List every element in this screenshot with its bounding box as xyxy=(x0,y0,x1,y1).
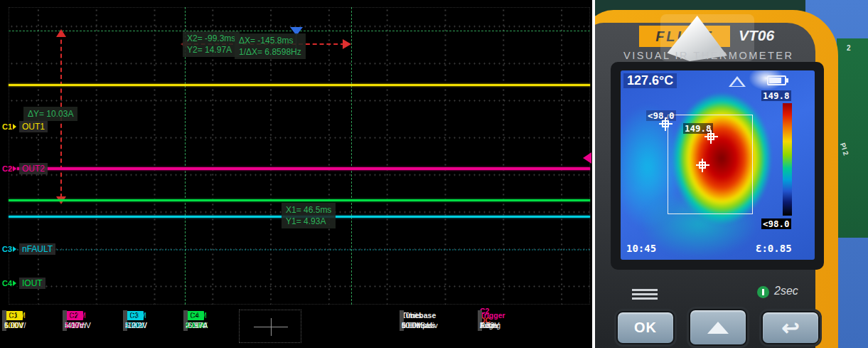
channel-descriptor-c4[interactable]: C4DC1M 0.1V/A2.00A/ 100M-6.97A xyxy=(183,310,242,342)
emissivity-readout: Ɛ:0.85 xyxy=(756,243,792,254)
channel-marker-c3[interactable]: C3 xyxy=(1,245,17,253)
oscilloscope-display: C1 OUT1 C2 OUT2 C3 nFAULT C4 IOUT X2= -9… xyxy=(0,0,592,348)
device-subtitle: VISUAL IR THERMOMETER xyxy=(623,50,793,61)
ok-button: OK xyxy=(616,311,675,344)
circuit-board: 2 PI 2 xyxy=(837,38,868,238)
menu-icon xyxy=(632,289,658,291)
trace-c3-low xyxy=(9,249,590,251)
trace-c4 xyxy=(9,199,590,201)
center-temperature-readout: 127.6°C xyxy=(623,73,677,88)
thermometer-photo: 2 PI 2 FLUKE VT06 VISUAL IR THERMOMETER … xyxy=(595,0,868,348)
cursor-readout-xy2: X2= -99.3ms Y2= 14.97A xyxy=(183,31,240,57)
screenshot-frame: C1 OUT1 C2 OUT2 C3 nFAULT C4 IOUT X2= -9… xyxy=(0,0,868,348)
channel-marker-c2[interactable]: C2 xyxy=(1,164,17,173)
hot-marker-crosshair-icon xyxy=(704,130,718,144)
channel-descriptor-c3[interactable]: C3DC1M 10X5.00V/ 100M-12.2V xyxy=(123,310,181,342)
scale-min-label: <98.0 xyxy=(761,218,791,229)
zoom-preview-box[interactable] xyxy=(239,310,301,343)
cursor-readout-dy: ΔY= 10.03A xyxy=(23,107,77,121)
trace-label-c4: IOUT xyxy=(19,278,45,289)
trace-c1 xyxy=(9,84,590,86)
alarm-icon xyxy=(729,76,746,87)
channel-marker-c1[interactable]: C1 xyxy=(1,122,17,131)
trigger-descriptor[interactable]: TriggerC2 DC Auto1.83V EdgeRising xyxy=(478,310,542,342)
trigger-level-icon[interactable] xyxy=(583,152,591,164)
arrow-right-icon xyxy=(343,39,351,49)
up-button xyxy=(689,309,747,346)
thermal-screen: 127.6°C <98.0 149.8 149.8 <98.0 10:45 Ɛ:… xyxy=(621,70,815,260)
cursor-readout-delta: ΔX= -145.8ms 1/ΔX= 6.8598Hz xyxy=(235,33,306,59)
clock-readout: 10:45 xyxy=(626,243,656,254)
channel-descriptor-c1[interactable]: C1DC1M 10X5.00V/ 100M6.00V xyxy=(2,310,60,342)
scale-max-label: 149.8 xyxy=(761,90,791,101)
up-arrow-icon xyxy=(707,322,729,334)
cold-marker-crosshair-icon xyxy=(659,117,673,131)
timebase-descriptor[interactable]: Timebase10bits 0.00s50.0ms/div 50.0Mpts1… xyxy=(400,310,475,342)
back-button: ↩ xyxy=(761,311,820,344)
channel-marker-c4[interactable]: C4 xyxy=(1,279,17,288)
power-icon xyxy=(757,286,769,298)
trace-label-c2: OUT2 xyxy=(19,163,48,174)
trace-label-c1: OUT1 xyxy=(19,121,48,132)
cursor-readout-xy1: X1= 46.5ms Y1= 4.93A xyxy=(282,203,336,228)
cursor-x1-line[interactable] xyxy=(351,7,352,305)
channel-descriptor-c2[interactable]: C2DC1M 10X5.00V/ 100M-417mV xyxy=(63,310,121,342)
trace-label-c3: nFAULT xyxy=(19,243,55,255)
power-hint-label: 2sec xyxy=(774,285,798,297)
trace-c2 xyxy=(9,167,590,170)
arrow-up-icon xyxy=(56,29,66,37)
back-arrow-icon: ↩ xyxy=(781,317,799,339)
center-crosshair-icon xyxy=(696,159,709,172)
temperature-scale-bar xyxy=(783,103,792,216)
battery-icon xyxy=(767,75,786,85)
